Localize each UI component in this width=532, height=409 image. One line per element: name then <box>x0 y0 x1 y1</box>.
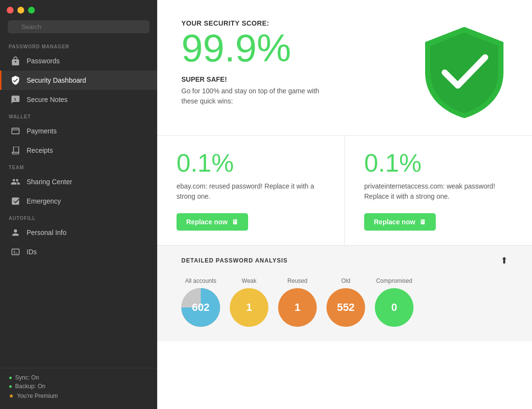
sync-status: ● Sync: On <box>9 374 148 381</box>
sidebar-item-label-secure-notes: Secure Notes <box>27 96 68 103</box>
issue-description-1: privateinternetaccess.com: weak password… <box>364 181 513 202</box>
sidebar-item-label-personal-info: Personal Info <box>27 229 67 236</box>
sidebar-footer: ● Sync: On ● Backup: On ★ You're Premium <box>0 368 157 409</box>
section-label-autofill: AUTOFILL <box>0 211 157 223</box>
security-description: Go for 100% and stay on top of the game … <box>181 86 336 106</box>
backup-dot: ● <box>9 383 12 390</box>
sidebar-item-security-dashboard[interactable]: Security Dashboard <box>0 71 157 90</box>
sidebar-item-label-payments: Payments <box>27 127 57 135</box>
replace-now-label-1: Replace now <box>374 218 415 226</box>
sidebar: 🔍 PASSWORD MANAGER Passwords Security Da… <box>0 0 157 409</box>
section-label-team: TEAM <box>0 160 157 172</box>
sidebar-item-label-emergency: Emergency <box>27 197 61 205</box>
collapse-icon[interactable]: ⬆ <box>501 255 508 266</box>
score-label: YOUR SECURITY SCORE: <box>181 19 336 27</box>
stat-circle-old: 552 <box>326 288 365 327</box>
sidebar-item-sharing-center[interactable]: Sharing Center <box>0 172 157 191</box>
people-icon <box>10 176 21 187</box>
replace-now-button-1[interactable]: Replace now 🖥 <box>364 213 436 231</box>
stat-col-compromised: Compromised 0 <box>375 278 414 327</box>
sidebar-item-payments[interactable]: Payments <box>0 121 157 141</box>
search-input[interactable] <box>8 20 149 33</box>
section-password-manager: PASSWORD MANAGER Passwords Security Dash… <box>0 39 157 109</box>
stat-col-all-accounts: All accounts 602 <box>181 278 220 327</box>
replace-now-label-0: Replace now <box>186 218 228 226</box>
star-icon: ★ <box>9 393 14 399</box>
issues-section: 0.1% ebay.com: reused password! Replace … <box>157 136 532 246</box>
note-lock-icon <box>10 94 21 105</box>
security-score-left: YOUR SECURITY SCORE: 99.9% SUPER SAFE! G… <box>181 19 336 106</box>
analysis-header: DETAILED PASSWORD ANALYSIS ⬆ <box>181 255 508 266</box>
first-aid-icon <box>10 196 21 206</box>
stat-circle-weak: 1 <box>230 288 268 327</box>
issue-card-1: 0.1% privateinternetaccess.com: weak pas… <box>345 136 532 245</box>
issue-description-0: ebay.com: reused password! Replace it wi… <box>177 181 325 202</box>
analysis-section: DETAILED PASSWORD ANALYSIS ⬆ All account… <box>157 246 532 341</box>
analysis-title: DETAILED PASSWORD ANALYSIS <box>181 257 288 264</box>
issue-card-0: 0.1% ebay.com: reused password! Replace … <box>157 136 345 245</box>
credit-card-icon <box>10 126 21 136</box>
traffic-lights <box>0 0 157 18</box>
sidebar-item-secure-notes[interactable]: Secure Notes <box>0 90 157 109</box>
section-label-wallet: WALLET <box>0 109 157 121</box>
stat-label-compromised: Compromised <box>376 278 413 284</box>
section-label-password-manager: PASSWORD MANAGER <box>0 39 157 51</box>
lock-icon <box>10 56 21 66</box>
issue-percent-0: 0.1% <box>177 150 325 175</box>
score-value: 99.9% <box>181 29 336 68</box>
stats-row: All accounts 602 Weak 1 Reused 1 Old 552 <box>181 278 508 327</box>
main-content: YOUR SECURITY SCORE: 99.9% SUPER SAFE! G… <box>157 0 532 409</box>
stat-label-reused: Reused <box>287 278 307 284</box>
sidebar-item-label-passwords: Passwords <box>27 57 59 65</box>
maximize-button[interactable] <box>28 7 35 14</box>
minimize-button[interactable] <box>17 7 24 14</box>
sync-dot: ● <box>9 374 12 381</box>
stat-label-old: Old <box>341 278 351 284</box>
stat-circle-compromised: 0 <box>375 288 414 327</box>
replace-icon-1: 🖥 <box>419 218 426 226</box>
sidebar-item-passwords[interactable]: Passwords <box>0 51 157 71</box>
stat-col-reused: Reused 1 <box>278 278 317 327</box>
sidebar-item-personal-info[interactable]: Personal Info <box>0 223 157 242</box>
receipt-icon <box>10 145 21 156</box>
stat-circle-reused: 1 <box>278 288 317 327</box>
sidebar-item-label-receipts: Receipts <box>27 146 53 154</box>
stat-col-weak: Weak 1 <box>230 278 268 327</box>
sidebar-item-label-sharing-center: Sharing Center <box>27 178 72 186</box>
issue-percent-1: 0.1% <box>364 150 513 175</box>
shield-container <box>421 19 508 121</box>
sidebar-item-label-security-dashboard: Security Dashboard <box>27 76 86 84</box>
stat-label-all-accounts: All accounts <box>185 278 217 284</box>
stat-label-weak: Weak <box>242 278 256 284</box>
replace-now-button-0[interactable]: Replace now 🖥 <box>177 213 248 231</box>
search-container: 🔍 <box>0 18 157 39</box>
security-score-section: YOUR SECURITY SCORE: 99.9% SUPER SAFE! G… <box>157 0 532 136</box>
close-button[interactable] <box>7 7 14 14</box>
super-safe-label: SUPER SAFE! <box>181 75 336 83</box>
section-autofill: AUTOFILL Personal Info IDs <box>0 211 157 262</box>
stat-col-old: Old 552 <box>326 278 365 327</box>
person-icon <box>10 227 21 238</box>
replace-icon-0: 🖥 <box>232 218 238 226</box>
stat-circle-all-accounts: 602 <box>181 288 220 327</box>
sidebar-item-label-ids: IDs <box>27 248 37 256</box>
shield-check-icon <box>10 75 21 86</box>
sidebar-item-ids[interactable]: IDs <box>0 242 157 262</box>
sidebar-item-emergency[interactable]: Emergency <box>0 191 157 211</box>
section-wallet: WALLET Payments Receipts <box>0 109 157 160</box>
backup-status: ● Backup: On <box>9 383 148 390</box>
id-card-icon <box>10 247 21 257</box>
section-team: TEAM Sharing Center Emergency <box>0 160 157 211</box>
sidebar-item-receipts[interactable]: Receipts <box>0 141 157 160</box>
shield-icon <box>421 24 508 121</box>
premium-status: ★ You're Premium <box>9 393 148 399</box>
